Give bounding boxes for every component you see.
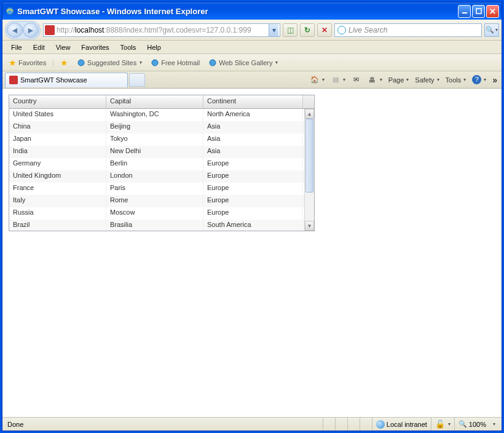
table-row[interactable]: JapanTokyoAsia — [9, 133, 304, 146]
stop-button[interactable]: ✕ — [317, 23, 332, 37]
cell-capital: Washington, DC — [106, 109, 203, 121]
tab-smartgwt[interactable]: SmartGWT Showcase — [5, 73, 128, 87]
forward-button[interactable]: ► — [23, 23, 39, 38]
address-dropdown[interactable]: ▾ — [269, 24, 278, 36]
feeds-button[interactable]: ▤▾ — [329, 74, 347, 86]
ie-icon — [5, 6, 15, 16]
menu-file[interactable]: File — [6, 42, 27, 52]
header-capital[interactable]: Capital — [106, 95, 203, 108]
ie-small-icon — [77, 58, 85, 67]
minimize-button[interactable] — [458, 5, 471, 18]
compat-view-button[interactable]: ◫ — [283, 23, 297, 37]
tab-label: SmartGWT Showcase — [20, 76, 87, 84]
refresh-icon: ↻ — [304, 26, 310, 34]
back-button[interactable]: ◄ — [7, 23, 23, 38]
table-row[interactable]: FranceParisEurope — [9, 183, 304, 195]
search-field[interactable]: Live Search — [334, 23, 482, 37]
grid-header: Country Capital Continent — [9, 95, 314, 109]
table-row[interactable]: United StatesWashington, DCNorth America — [9, 109, 304, 121]
lock-open-icon: 🔓 — [435, 419, 445, 429]
menu-favorites[interactable]: Favorites — [76, 42, 114, 52]
cell-capital: New Delhi — [106, 146, 203, 158]
status-panel — [335, 418, 347, 431]
table-row[interactable]: GermanyBerlinEurope — [9, 158, 304, 170]
suggested-sites-link[interactable]: Suggested Sites ▾ — [74, 57, 144, 68]
address-text: http://localhost:8888/index.html?gwt.cod… — [57, 26, 269, 34]
scroll-down-button[interactable]: ▼ — [305, 221, 314, 231]
cell-capital: Rome — [106, 195, 203, 207]
page-menu[interactable]: Page▾ — [387, 75, 411, 85]
free-hotmail-link[interactable]: Free Hotmail — [148, 57, 202, 68]
tools-menu[interactable]: Tools▾ — [444, 75, 468, 85]
menu-bar: File Edit View Favorites Tools Help — [2, 41, 502, 54]
maximize-button[interactable] — [472, 5, 485, 18]
home-icon: 🏠 — [310, 75, 320, 85]
cell-continent: South America — [203, 220, 303, 231]
protected-mode[interactable]: 🔓 ▾ — [431, 418, 454, 431]
address-bar[interactable]: http://localhost:8888/index.html?gwt.cod… — [43, 23, 280, 37]
security-zone[interactable]: Local intranet — [372, 418, 431, 431]
home-button[interactable]: 🏠▾ — [308, 74, 326, 86]
refresh-button[interactable]: ↻ — [300, 23, 315, 37]
grid-scrollbar[interactable]: ▲ ▼ — [304, 109, 314, 231]
read-mail-button[interactable]: ✉ — [350, 74, 363, 86]
svg-rect-2 — [476, 9, 481, 14]
country-grid: Country Capital Continent United StatesW… — [9, 95, 315, 231]
menu-help[interactable]: Help — [142, 42, 166, 52]
table-row[interactable]: IndiaNew DelhiAsia — [9, 146, 304, 158]
add-favorite-button[interactable]: ★ — [58, 57, 71, 69]
chevron-down-icon: ▾ — [140, 60, 142, 65]
cell-continent: Asia — [203, 133, 303, 146]
cell-continent: Europe — [203, 195, 303, 207]
scroll-thumb[interactable] — [305, 119, 313, 193]
scroll-up-button[interactable]: ▲ — [305, 109, 314, 119]
table-row[interactable]: ChinaBeijingAsia — [9, 121, 304, 133]
tab-favicon — [9, 76, 18, 84]
favorites-label: Favorites — [18, 59, 46, 66]
table-row[interactable]: United KingdomLondonEurope — [9, 170, 304, 183]
new-tab-button[interactable] — [129, 73, 145, 87]
ie-small-icon — [151, 58, 159, 67]
cell-country: Italy — [9, 195, 106, 207]
scroll-track[interactable] — [305, 119, 314, 221]
cell-country: United Kingdom — [9, 170, 106, 183]
grid-rows: United StatesWashington, DCNorth America… — [9, 109, 304, 231]
table-row[interactable]: ItalyRomeEurope — [9, 195, 304, 207]
safety-menu[interactable]: Safety▾ — [413, 75, 441, 85]
cell-capital: Paris — [106, 183, 203, 195]
print-button[interactable]: 🖶▾ — [366, 74, 384, 86]
svg-point-4 — [152, 60, 158, 66]
cell-capital: London — [106, 170, 203, 183]
svg-point-5 — [210, 60, 216, 66]
zoom-icon: 🔍 — [459, 420, 467, 428]
table-row[interactable]: BrazilBrasiliaSouth America — [9, 220, 304, 231]
web-slice-link[interactable]: Web Slice Gallery ▾ — [206, 57, 280, 68]
favorites-button[interactable]: ★ Favorites — [6, 57, 49, 69]
close-button[interactable]: ✕ — [486, 5, 499, 18]
zone-label: Local intranet — [387, 421, 427, 428]
help-button[interactable]: ?▾ — [470, 74, 488, 85]
header-country[interactable]: Country — [9, 95, 106, 108]
cell-country: United States — [9, 109, 106, 121]
menu-edit[interactable]: Edit — [28, 42, 50, 52]
mail-icon: ✉ — [352, 75, 361, 85]
bing-icon — [337, 26, 346, 34]
search-button[interactable]: 🔍▾ — [484, 23, 499, 37]
menu-view[interactable]: View — [51, 42, 76, 52]
window-titlebar: SmartGWT Showcase - Windows Internet Exp… — [2, 2, 502, 20]
cell-country: France — [9, 183, 106, 195]
help-icon: ? — [472, 75, 481, 84]
zoom-control[interactable]: 🔍 100% ▾ — [454, 418, 499, 431]
cell-continent: North America — [203, 109, 303, 121]
menu-tools[interactable]: Tools — [116, 42, 141, 52]
cell-continent: Europe — [203, 183, 303, 195]
compat-icon: ◫ — [287, 26, 294, 34]
header-continent[interactable]: Continent — [203, 95, 303, 108]
cell-continent: Europe — [203, 158, 303, 170]
site-favicon — [45, 25, 55, 35]
command-overflow[interactable]: » — [490, 75, 499, 85]
chevron-down-icon: ▾ — [275, 60, 278, 65]
tab-row: SmartGWT Showcase 🏠▾ ▤▾ ✉ 🖶▾ Page▾ Safet… — [2, 71, 502, 89]
page-content: Country Capital Continent United StatesW… — [2, 89, 502, 417]
table-row[interactable]: RussiaMoscowEurope — [9, 207, 304, 220]
